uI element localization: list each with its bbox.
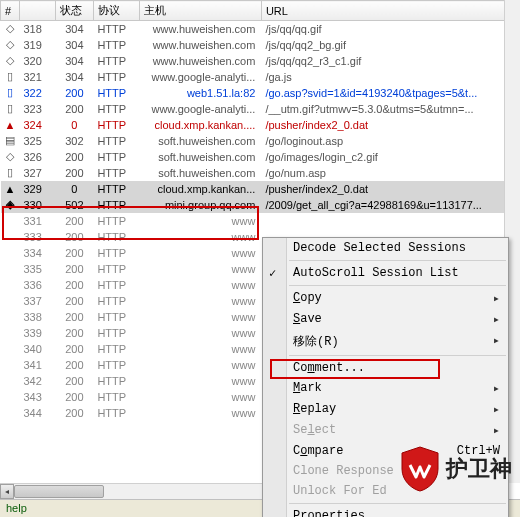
row-status: 200 bbox=[55, 85, 93, 101]
row-number: 338 bbox=[19, 309, 55, 325]
row-status: 0 bbox=[55, 117, 93, 133]
table-row[interactable]: ◇319304HTTPwww.huweishen.com/js/qq/qq2_b… bbox=[1, 37, 520, 53]
row-host: www bbox=[139, 309, 261, 325]
row-host: www.huweishen.com bbox=[139, 53, 261, 69]
check-icon: ✓ bbox=[269, 266, 276, 281]
row-host: www bbox=[139, 229, 261, 245]
menu-copy[interactable]: Copy▸ bbox=[263, 288, 508, 309]
table-row[interactable]: ▯327200HTTPsoft.huweishen.com/go/num.asp bbox=[1, 165, 520, 181]
row-number: 335 bbox=[19, 261, 55, 277]
row-url: /ga.js bbox=[261, 69, 519, 85]
row-host: soft.huweishen.com bbox=[139, 133, 261, 149]
row-type-icon bbox=[1, 373, 20, 389]
col-host[interactable]: 主机 bbox=[139, 1, 261, 21]
menu-decode[interactable]: Decode Selected Sessions bbox=[263, 238, 508, 258]
table-row[interactable]: ▲3240HTTPcloud.xmp.kankan..../pusher/ind… bbox=[1, 117, 520, 133]
chevron-right-icon: ▸ bbox=[493, 402, 500, 417]
table-row[interactable]: ▲3290HTTPcloud.xmp.kankan.../pusher/inde… bbox=[1, 181, 520, 197]
chevron-right-icon: ▸ bbox=[493, 423, 500, 438]
table-row[interactable]: ◈330502HTTPmini.group.qq.com/2009/get_al… bbox=[1, 197, 520, 213]
row-number: 337 bbox=[19, 293, 55, 309]
row-number: 342 bbox=[19, 373, 55, 389]
row-protocol: HTTP bbox=[93, 373, 139, 389]
table-row[interactable]: ◇318304HTTPwww.huweishen.com/js/qq/qq.gi… bbox=[1, 21, 520, 37]
row-host: mini.group.qq.com bbox=[139, 197, 261, 213]
row-status: 304 bbox=[55, 21, 93, 37]
row-type-icon: ◇ bbox=[1, 53, 20, 69]
row-url: /pusher/index2_0.dat bbox=[261, 181, 519, 197]
row-type-icon bbox=[1, 245, 20, 261]
row-type-icon bbox=[1, 325, 20, 341]
row-type-icon: ▲ bbox=[1, 181, 20, 197]
row-protocol: HTTP bbox=[93, 101, 139, 117]
chevron-right-icon: ▸ bbox=[493, 291, 500, 306]
row-type-icon: ◇ bbox=[1, 149, 20, 165]
row-host: www bbox=[139, 341, 261, 357]
row-protocol: HTTP bbox=[93, 229, 139, 245]
row-status: 200 bbox=[55, 373, 93, 389]
row-protocol: HTTP bbox=[93, 325, 139, 341]
menu-remove[interactable]: 移除(R)▸ bbox=[263, 330, 508, 353]
scroll-thumb[interactable] bbox=[14, 485, 104, 498]
col-url[interactable]: URL bbox=[261, 1, 519, 21]
table-row[interactable]: 331200HTTPwww bbox=[1, 213, 520, 229]
menu-replay[interactable]: Replay▸ bbox=[263, 399, 508, 420]
row-host: cloud.xmp.kankan... bbox=[139, 181, 261, 197]
row-host: www bbox=[139, 325, 261, 341]
row-host: www bbox=[139, 357, 261, 373]
table-row[interactable]: ▯321304HTTPwww.google-analyti.../ga.js bbox=[1, 69, 520, 85]
chevron-right-icon: ▸ bbox=[493, 381, 500, 396]
row-number: 343 bbox=[19, 389, 55, 405]
row-host: www bbox=[139, 277, 261, 293]
row-url: /pusher/index2_0.dat bbox=[261, 117, 519, 133]
table-row[interactable]: ▤325302HTTPsoft.huweishen.com/go/loginou… bbox=[1, 133, 520, 149]
row-type-icon bbox=[1, 277, 20, 293]
table-row[interactable]: ◇326200HTTPsoft.huweishen.com/go/images/… bbox=[1, 149, 520, 165]
chevron-right-icon: ▸ bbox=[493, 312, 500, 327]
row-type-icon: ◇ bbox=[1, 37, 20, 53]
row-status: 200 bbox=[55, 213, 93, 229]
row-url bbox=[261, 213, 519, 229]
menu-mark[interactable]: Mark▸ bbox=[263, 378, 508, 399]
row-number: 340 bbox=[19, 341, 55, 357]
menu-autoscroll[interactable]: ✓ AutoScroll Session List bbox=[263, 263, 508, 283]
row-number: 336 bbox=[19, 277, 55, 293]
row-status: 200 bbox=[55, 405, 93, 421]
chevron-right-icon: ▸ bbox=[493, 333, 500, 350]
col-icon[interactable]: # bbox=[1, 1, 20, 21]
row-number: 327 bbox=[19, 165, 55, 181]
row-protocol: HTTP bbox=[93, 21, 139, 37]
row-status: 200 bbox=[55, 357, 93, 373]
row-protocol: HTTP bbox=[93, 181, 139, 197]
menu-save[interactable]: Save▸ bbox=[263, 309, 508, 330]
row-url: /js/qq/qq2_bg.gif bbox=[261, 37, 519, 53]
row-url: /js/qq/qq.gif bbox=[261, 21, 519, 37]
row-host: cloud.xmp.kankan.... bbox=[139, 117, 261, 133]
row-status: 304 bbox=[55, 53, 93, 69]
col-number[interactable] bbox=[19, 1, 55, 21]
menu-properties[interactable]: Properties bbox=[263, 506, 508, 517]
col-protocol[interactable]: 协议 bbox=[93, 1, 139, 21]
row-host: web1.51.la:82 bbox=[139, 85, 261, 101]
table-row[interactable]: ▯322200HTTPweb1.51.la:82/go.asp?svid=1&i… bbox=[1, 85, 520, 101]
row-url: /go/images/login_c2.gif bbox=[261, 149, 519, 165]
row-url: /go.asp?svid=1&id=4193240&tpages=5&t... bbox=[261, 85, 519, 101]
row-number: 341 bbox=[19, 357, 55, 373]
row-type-icon: ▲ bbox=[1, 117, 20, 133]
row-number: 334 bbox=[19, 245, 55, 261]
scroll-left-button[interactable]: ◂ bbox=[0, 484, 14, 499]
row-protocol: HTTP bbox=[93, 69, 139, 85]
menu-separator bbox=[289, 260, 506, 261]
row-status: 200 bbox=[55, 293, 93, 309]
row-status: 200 bbox=[55, 325, 93, 341]
col-status[interactable]: 状态 bbox=[55, 1, 93, 21]
row-protocol: HTTP bbox=[93, 165, 139, 181]
row-protocol: HTTP bbox=[93, 133, 139, 149]
row-status: 0 bbox=[55, 181, 93, 197]
menu-comment[interactable]: Comment... bbox=[263, 358, 508, 378]
row-number: 325 bbox=[19, 133, 55, 149]
table-row[interactable]: ◇320304HTTPwww.huweishen.com/js/qq/qq2_r… bbox=[1, 53, 520, 69]
row-host: soft.huweishen.com bbox=[139, 165, 261, 181]
table-row[interactable]: ▯323200HTTPwww.google-analyti.../__utm.g… bbox=[1, 101, 520, 117]
row-type-icon bbox=[1, 293, 20, 309]
